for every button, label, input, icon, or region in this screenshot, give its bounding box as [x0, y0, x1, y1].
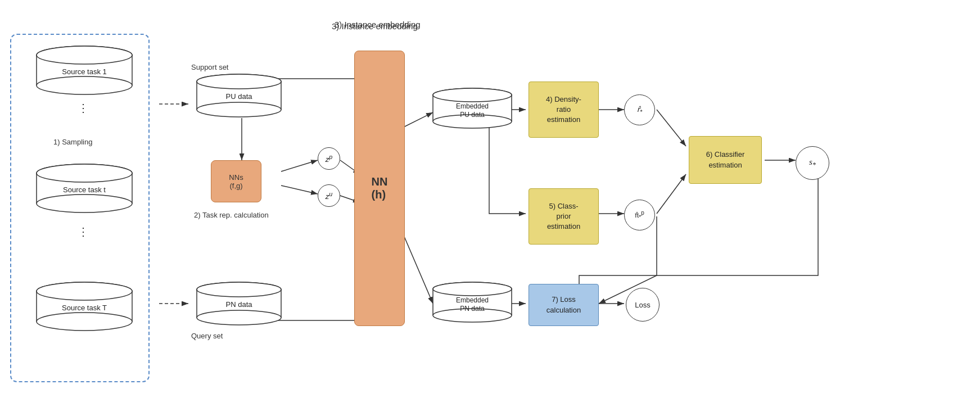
classifier-label: 6) Classifierestimation [706, 150, 745, 170]
pi-hat-circle: π̂*p [624, 200, 655, 230]
svg-point-23 [37, 76, 132, 94]
pn-data-cylinder: PN data [191, 281, 287, 326]
embedded-pu-cylinder: Embedded PU data [427, 87, 517, 129]
svg-line-13 [657, 110, 686, 146]
svg-text:PN data: PN data [460, 305, 485, 313]
density-ratio-label: 4) Density-ratioestimation [546, 94, 581, 125]
svg-text:PN data: PN data [226, 300, 253, 309]
dots-2: ⋮ [78, 225, 89, 238]
svg-text:PU data: PU data [460, 111, 485, 119]
svg-line-6 [281, 186, 318, 194]
density-ratio-box: 4) Density-ratioestimation [529, 82, 599, 138]
pi-hat-label: π̂*p [635, 210, 644, 220]
svg-point-37 [37, 313, 132, 331]
source-task-1-cylinder: Source task 1 [31, 45, 138, 96]
svg-point-52 [197, 282, 281, 297]
zu-label: zu [326, 191, 333, 201]
svg-point-38 [37, 282, 132, 300]
svg-point-67 [433, 282, 512, 296]
query-set-label: Query set [191, 332, 223, 340]
zu-circle: zu [318, 184, 340, 207]
zp-circle: zp [318, 147, 340, 170]
s-star-circle: s* [796, 146, 829, 180]
class-prior-box: 5) Class-priorestimation [529, 188, 599, 245]
classifier-box: 6) Classifierestimation [689, 136, 762, 184]
svg-text:Embedded: Embedded [456, 102, 489, 110]
svg-text:Source task t: Source task t [63, 186, 106, 194]
loss-circle: Loss [626, 288, 660, 322]
class-prior-label: 5) Class-priorestimation [547, 201, 580, 232]
pu-data-cylinder: PU data [191, 73, 287, 118]
embedded-pn-cylinder: Embedded PN data [427, 281, 517, 323]
source-task-T-cylinder: Source task T [31, 281, 138, 332]
r-hat-label: r̂* [637, 105, 643, 115]
svg-point-24 [37, 46, 132, 64]
svg-text:Source task T: Source task T [62, 304, 107, 312]
svg-point-45 [197, 74, 281, 89]
svg-point-30 [37, 195, 132, 212]
r-hat-circle: r̂* [624, 94, 655, 125]
task-rep-label: 2) Task rep. calculation [194, 211, 269, 219]
svg-point-59 [433, 88, 512, 102]
diagram-container: 3) Instance embedding 1) Sampling Source… [0, 0, 980, 407]
dots-1: ⋮ [78, 101, 89, 115]
source-task-t-cylinder: Source task t [31, 163, 138, 214]
svg-text:Embedded: Embedded [456, 296, 489, 304]
loss-calc-label: 7) Losscalculation [547, 295, 581, 315]
s-star-label: s* [809, 157, 816, 169]
instance-embedding-label-top: 3) Instance embedding [332, 21, 418, 31]
svg-line-14 [657, 174, 686, 214]
svg-point-51 [197, 310, 281, 325]
nns-box: NNs(f,g) [211, 160, 261, 202]
svg-text:PU data: PU data [226, 92, 253, 101]
zp-label: zp [326, 153, 333, 164]
svg-point-44 [197, 102, 281, 117]
support-set-label: Support set [191, 63, 229, 71]
nns-label: NNs(f,g) [229, 173, 243, 190]
loss-calc-box: 7) Losscalculation [529, 284, 599, 326]
nn-h-rect: NN(h) [354, 51, 405, 326]
sampling-label: 1) Sampling [53, 138, 92, 146]
loss-label: Loss [635, 301, 650, 309]
svg-line-5 [281, 160, 318, 171]
nn-h-label: NN(h) [372, 175, 388, 201]
svg-point-31 [37, 164, 132, 182]
svg-text:Source task 1: Source task 1 [62, 67, 107, 76]
